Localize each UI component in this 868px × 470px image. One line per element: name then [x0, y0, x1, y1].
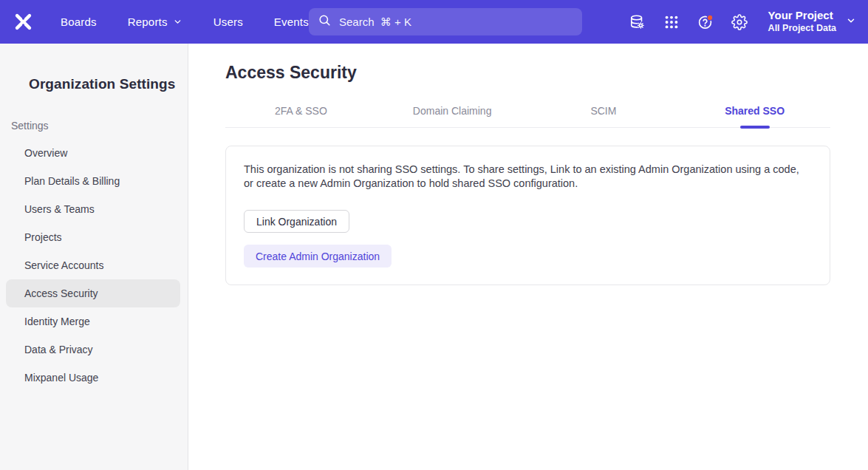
tab-2fa-sso[interactable]: 2FA & SSO [225, 99, 377, 127]
shared-sso-card: This organization is not sharing SSO set… [225, 146, 830, 285]
project-text: Your Project All Project Data [768, 9, 836, 34]
settings-sidebar: Organization Settings Settings Overview … [0, 44, 188, 470]
link-organization-button[interactable]: Link Organization [244, 210, 349, 233]
tab-label: Shared SSO [725, 105, 785, 117]
search-input[interactable] [339, 16, 573, 28]
settings-button[interactable] [731, 14, 748, 30]
project-name: Your Project [768, 9, 836, 23]
gear-icon [731, 14, 748, 30]
nav-links: Boards Reports Users Events [61, 16, 309, 28]
nav-item-events[interactable]: Events [274, 16, 309, 28]
tab-bar: 2FA & SSO Domain Claiming SCIM Shared SS… [225, 99, 830, 128]
chevron-down-icon [846, 16, 856, 29]
nav-item-boards[interactable]: Boards [61, 16, 97, 28]
sidebar-item-data-privacy[interactable]: Data & Privacy [6, 336, 180, 364]
project-subtitle: All Project Data [768, 23, 836, 35]
apps-grid-button[interactable] [663, 14, 680, 30]
nav-item-users[interactable]: Users [213, 16, 243, 28]
nav-item-label: Boards [61, 16, 97, 28]
active-tab-underline [740, 126, 770, 129]
page-title: Access Security [225, 62, 830, 83]
tab-shared-sso[interactable]: Shared SSO [679, 99, 830, 127]
grid-icon [663, 14, 680, 30]
top-nav: Boards Reports Users Events [0, 0, 868, 44]
mixpanel-logo-icon[interactable] [13, 12, 33, 32]
sidebar-section-label: Settings [11, 120, 188, 132]
tab-scim[interactable]: SCIM [528, 99, 680, 127]
project-selector[interactable]: Your Project All Project Data [768, 9, 856, 34]
sidebar-menu: Overview Plan Details & Billing Users & … [0, 139, 188, 392]
help-icon [697, 14, 714, 30]
nav-item-label: Reports [128, 16, 168, 28]
sidebar-item-projects[interactable]: Projects [6, 223, 180, 251]
shared-sso-description: This organization is not sharing SSO set… [244, 163, 809, 191]
search-icon [318, 13, 332, 30]
nav-item-label: Users [213, 16, 243, 28]
sidebar-item-access-security[interactable]: Access Security [6, 279, 180, 307]
nav-right-actions: Your Project All Project Data [629, 0, 856, 44]
nav-item-label: Events [274, 16, 309, 28]
sidebar-item-plan-details-billing[interactable]: Plan Details & Billing [6, 167, 180, 195]
sidebar-item-users-teams[interactable]: Users & Teams [6, 195, 180, 223]
create-admin-organization-button[interactable]: Create Admin Organization [244, 245, 392, 268]
search-bar[interactable] [309, 8, 582, 35]
sidebar-title: Organization Settings [29, 76, 188, 92]
notification-dot [707, 15, 713, 21]
sidebar-item-mixpanel-usage[interactable]: Mixpanel Usage [6, 364, 180, 392]
help-button[interactable] [697, 14, 714, 30]
sidebar-item-identity-merge[interactable]: Identity Merge [6, 307, 180, 336]
sidebar-item-overview[interactable]: Overview [6, 139, 180, 167]
database-gear-icon [629, 14, 646, 30]
nav-item-reports[interactable]: Reports [128, 16, 182, 28]
tab-domain-claiming[interactable]: Domain Claiming [377, 99, 528, 127]
sidebar-item-service-accounts[interactable]: Service Accounts [6, 251, 180, 279]
main-content: Access Security 2FA & SSO Domain Claimin… [188, 44, 868, 470]
data-management-button[interactable] [629, 14, 646, 30]
chevron-down-icon [173, 17, 182, 27]
page-layout: Organization Settings Settings Overview … [0, 44, 868, 470]
